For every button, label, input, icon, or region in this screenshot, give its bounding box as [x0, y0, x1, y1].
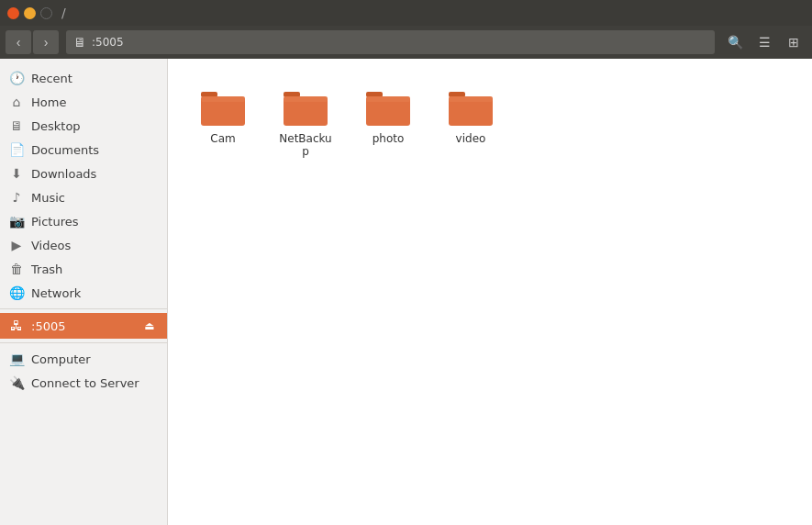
maximize-button[interactable]: [40, 7, 52, 19]
location-bar[interactable]: 🖥 :5005: [66, 30, 715, 54]
file-label-photo: photo: [373, 132, 405, 145]
sidebar-item-trash[interactable]: 🗑 Trash: [0, 257, 167, 281]
computer-icon: 💻: [9, 352, 24, 366]
sidebar-item-pictures[interactable]: 📷 Pictures: [0, 209, 167, 233]
file-item-photo[interactable]: photo: [351, 77, 425, 165]
eject-button[interactable]: ⏏: [141, 318, 158, 334]
sidebar-label-documents: Documents: [31, 143, 158, 157]
sidebar-item-network[interactable]: 🌐 Network: [0, 281, 167, 305]
close-button[interactable]: [7, 7, 19, 19]
file-label-video: video: [456, 132, 486, 145]
sidebar-label-connect: Connect to Server: [31, 376, 158, 390]
sidebar-item-computer[interactable]: 💻 Computer: [0, 347, 167, 371]
sidebar-label-recent: Recent: [31, 72, 158, 85]
grid-view-button[interactable]: ⊞: [781, 30, 806, 54]
toolbar-actions: 🔍 ☰ ⊞: [722, 30, 806, 54]
sidebar-divider-2: [0, 342, 167, 343]
recent-icon: 🕐: [9, 71, 24, 85]
back-button[interactable]: ‹: [6, 30, 31, 54]
file-label-netbackup: NetBackup: [276, 132, 335, 158]
sidebar-item-downloads[interactable]: ⬇ Downloads: [0, 162, 167, 185]
svg-rect-5: [284, 96, 328, 102]
sidebar-item-music[interactable]: ♪ Music: [0, 185, 167, 209]
sidebar-label-downloads: Downloads: [31, 167, 158, 181]
sidebar-label-pictures: Pictures: [31, 215, 158, 229]
sidebar-label-desktop: Desktop: [31, 119, 158, 133]
forward-button[interactable]: ›: [33, 30, 59, 54]
sidebar-label-network: Network: [31, 286, 158, 300]
trash-icon: 🗑: [9, 262, 24, 276]
minimize-button[interactable]: [24, 7, 36, 19]
list-view-icon: ☰: [759, 35, 771, 50]
svg-rect-8: [366, 96, 410, 102]
file-area: Cam NetBackup: [168, 59, 812, 525]
main-layout: 🕐 Recent ⌂ Home 🖥 Desktop 📄 Documents ⬇ …: [0, 59, 812, 525]
server-icon: 🖧: [9, 318, 24, 333]
sidebar-item-recent[interactable]: 🕐 Recent: [0, 66, 167, 90]
folder-icon-photo: [364, 84, 412, 128]
sidebar-label-home: Home: [31, 95, 158, 109]
location-text: :5005: [92, 36, 124, 49]
sidebar-item-documents[interactable]: 📄 Documents: [0, 138, 167, 162]
home-icon: ⌂: [9, 95, 24, 109]
window-controls: [7, 7, 52, 19]
sidebar-label-videos: Videos: [31, 239, 158, 252]
toolbar: ‹ › 🖥 :5005 🔍 ☰ ⊞: [0, 26, 812, 59]
nav-buttons: ‹ ›: [6, 30, 59, 54]
file-item-video[interactable]: video: [434, 77, 507, 165]
folder-icon-cam: [199, 84, 247, 128]
grid-view-icon: ⊞: [788, 35, 799, 50]
list-view-button[interactable]: ☰: [751, 30, 777, 54]
file-item-cam[interactable]: Cam: [186, 77, 260, 165]
sidebar-label-trash: Trash: [31, 262, 158, 276]
downloads-icon: ⬇: [9, 166, 24, 181]
sidebar-item-desktop[interactable]: 🖥 Desktop: [0, 114, 167, 138]
pictures-icon: 📷: [9, 214, 24, 229]
title-text: /: [61, 6, 66, 20]
videos-icon: ▶: [9, 238, 24, 252]
search-button[interactable]: 🔍: [722, 30, 748, 54]
folder-icon-video: [447, 84, 495, 128]
sidebar-divider-1: [0, 308, 167, 309]
connect-icon: 🔌: [9, 375, 24, 390]
sidebar-label-server: :5005: [31, 319, 134, 333]
forward-icon: ›: [44, 35, 49, 50]
sidebar-item-videos[interactable]: ▶ Videos: [0, 233, 167, 257]
sidebar-item-server[interactable]: 🖧 :5005 ⏏: [0, 313, 167, 339]
desktop-icon: 🖥: [9, 118, 24, 133]
sidebar-label-music: Music: [31, 191, 158, 205]
file-grid: Cam NetBackup: [186, 77, 794, 165]
svg-rect-11: [449, 96, 493, 102]
search-icon: 🔍: [728, 35, 743, 50]
sidebar: 🕐 Recent ⌂ Home 🖥 Desktop 📄 Documents ⬇ …: [0, 59, 168, 525]
sidebar-label-computer: Computer: [31, 352, 158, 366]
documents-icon: 📄: [9, 142, 24, 157]
svg-rect-2: [201, 96, 245, 102]
file-item-netbackup[interactable]: NetBackup: [269, 77, 342, 165]
back-icon: ‹: [17, 35, 21, 50]
folder-icon-netbackup: [282, 84, 329, 128]
sidebar-item-connect[interactable]: 🔌 Connect to Server: [0, 371, 167, 395]
file-label-cam: Cam: [210, 132, 235, 145]
location-server-icon: 🖥: [73, 35, 86, 50]
titlebar: /: [0, 0, 812, 26]
sidebar-item-home[interactable]: ⌂ Home: [0, 90, 167, 114]
network-icon: 🌐: [9, 285, 24, 300]
music-icon: ♪: [9, 190, 24, 205]
